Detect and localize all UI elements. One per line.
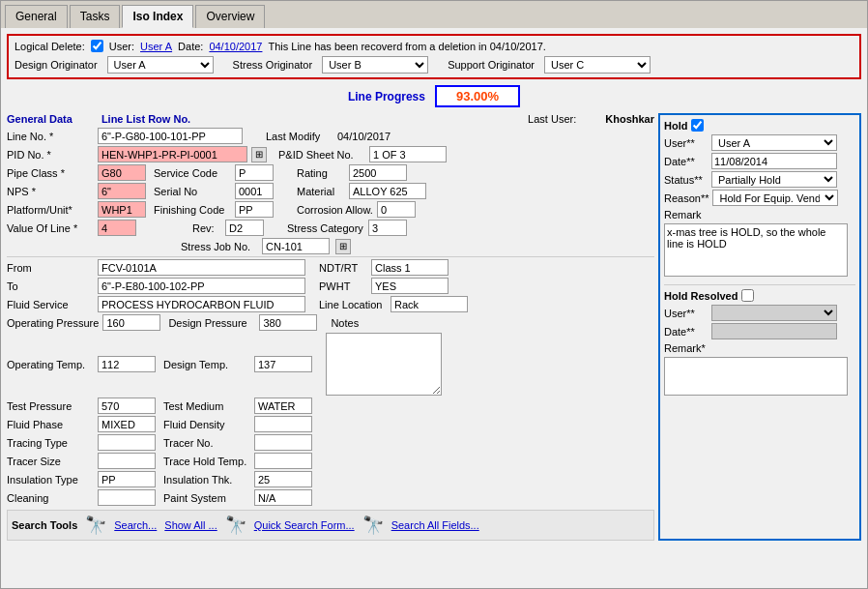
tab-iso-index[interactable]: Iso Index	[122, 5, 193, 28]
rating-input[interactable]	[349, 164, 407, 181]
fluid-phase-label: Fluid Phase	[7, 419, 94, 430]
stress-category-input[interactable]	[368, 220, 407, 236]
fluid-density-input[interactable]	[254, 416, 312, 432]
service-code-input[interactable]	[235, 164, 274, 181]
resolved-date-input[interactable]	[711, 323, 837, 339]
content-area: Logical Delete: User: User A Date: 04/10…	[1, 28, 867, 588]
general-data-header: General Data	[7, 113, 72, 125]
resolved-user-select[interactable]	[711, 305, 837, 321]
resolved-remark-textarea[interactable]	[664, 357, 848, 396]
serial-no-input[interactable]	[235, 183, 274, 199]
paint-system-input[interactable]	[254, 489, 312, 506]
from-label: From	[7, 262, 94, 274]
tab-general[interactable]: General	[5, 5, 68, 28]
date-link[interactable]: 04/10/2017	[209, 41, 262, 52]
stress-job-input[interactable]	[262, 238, 330, 254]
platform-input[interactable]	[98, 201, 146, 218]
from-input[interactable]	[98, 259, 305, 276]
hold-user-select[interactable]: User A	[711, 134, 837, 151]
line-location-input[interactable]	[391, 296, 468, 312]
to-input[interactable]	[98, 278, 305, 294]
hold-user-row: User* User A	[664, 134, 855, 151]
hold-remark-label: Remark	[664, 208, 855, 221]
stress-originator-select[interactable]: User B	[322, 56, 428, 74]
hold-resolved-row: Hold Resolved	[664, 289, 855, 302]
to-label: To	[7, 280, 94, 292]
pid-sheet-input[interactable]	[369, 146, 447, 162]
tab-tasks[interactable]: Tasks	[70, 5, 121, 28]
resolved-user-label: User*	[664, 308, 708, 319]
pwht-label: PWHT	[319, 280, 367, 292]
tab-overview[interactable]: Overview	[195, 5, 265, 28]
line-no-label: Line No. *	[7, 131, 94, 142]
insulation-type-input[interactable]	[98, 471, 156, 487]
hold-date-input[interactable]	[711, 153, 837, 169]
support-originator-label: Support Originator	[448, 59, 535, 71]
last-modify-value: 04/10/2017	[337, 131, 391, 142]
rating-label: Rating	[297, 167, 345, 179]
logical-delete-checkbox[interactable]	[91, 40, 103, 52]
ndt-input[interactable]	[371, 259, 448, 276]
test-medium-input[interactable]	[254, 398, 312, 414]
op-temp-input[interactable]	[98, 356, 156, 372]
stress-job-browse-icon[interactable]: ⊞	[335, 239, 351, 254]
last-user-value: Khoshkar	[605, 113, 654, 125]
line-no-input[interactable]	[98, 128, 243, 144]
pid-no-input[interactable]	[98, 146, 247, 162]
support-originator-select[interactable]: User C	[544, 56, 651, 74]
fluid-service-input[interactable]	[98, 296, 305, 312]
user-link[interactable]: User A	[140, 41, 172, 52]
pid-browse-icon[interactable]: ⊞	[251, 147, 267, 162]
user-label: User:	[109, 41, 134, 52]
fluid-phase-input[interactable]	[98, 416, 156, 432]
op-pressure-label: Operating Pressure	[7, 317, 99, 329]
trace-hold-temp-input[interactable]	[254, 453, 312, 469]
pwht-input[interactable]	[371, 278, 448, 294]
search-all-fields-button[interactable]: Search All Fields...	[391, 519, 479, 531]
hold-reason-row: Reason* Hold For Equip. Vendo	[664, 190, 855, 206]
deletion-message: This Line has been recoverd from a delet…	[268, 41, 545, 52]
quick-search-button[interactable]: Quick Search Form...	[254, 519, 355, 531]
design-pressure-input[interactable]	[259, 314, 317, 331]
rev-input[interactable]	[225, 220, 264, 236]
value-of-line-input[interactable]	[98, 220, 136, 236]
corrosion-input[interactable]	[377, 201, 416, 218]
tracer-no-input[interactable]	[254, 434, 312, 451]
search-tools-bar: Search Tools 🔭 Search... Show All ... 🔭 …	[7, 510, 654, 541]
hold-status-select[interactable]: Partially Hold	[711, 171, 837, 188]
search-button[interactable]: Search...	[114, 519, 157, 531]
logical-delete-section: Logical Delete: User: User A Date: 04/10…	[7, 34, 861, 79]
search-binoculars-3: 🔭	[362, 515, 384, 536]
material-input[interactable]	[349, 183, 426, 199]
pipe-class-input[interactable]	[98, 164, 146, 181]
hold-status-label: Status*	[664, 174, 708, 186]
hold-checkbox[interactable]	[691, 119, 704, 132]
divider1	[7, 256, 654, 257]
logical-delete-label: Logical Delete:	[14, 41, 85, 52]
finishing-code-input[interactable]	[235, 201, 274, 218]
fluid-service-label: Fluid Service	[7, 299, 94, 310]
hold-reason-select[interactable]: Hold For Equip. Vendo	[712, 190, 838, 206]
hold-resolved-label: Hold Resolved	[664, 290, 738, 302]
test-pressure-input[interactable]	[98, 398, 156, 414]
op-pressure-input[interactable]	[102, 314, 160, 331]
cleaning-label: Cleaning	[7, 492, 94, 504]
insulation-thk-input[interactable]	[254, 471, 312, 487]
hold-remark-textarea[interactable]: x-mas tree is HOLD, so the whole line is…	[664, 223, 848, 277]
show-all-button[interactable]: Show All ...	[164, 519, 217, 531]
design-temp-input[interactable]	[254, 356, 312, 372]
hold-divider	[664, 284, 855, 285]
nps-input[interactable]	[98, 183, 146, 199]
platform-label: Platform/Unit*	[7, 204, 94, 216]
corrosion-label: Corrosion Allow.	[297, 204, 373, 216]
resolved-date-row: Date*	[664, 323, 855, 339]
search-tools-label: Search Tools	[12, 519, 77, 531]
design-originator-select[interactable]: User A	[107, 56, 214, 74]
cleaning-input[interactable]	[98, 489, 156, 506]
notes-textarea[interactable]	[326, 333, 442, 396]
value-of-line-label: Value Of Line *	[7, 222, 94, 234]
hold-resolved-checkbox[interactable]	[741, 289, 754, 302]
resolved-user-row: User*	[664, 305, 855, 321]
tracing-type-input[interactable]	[98, 434, 156, 451]
tracer-size-input[interactable]	[98, 453, 156, 469]
